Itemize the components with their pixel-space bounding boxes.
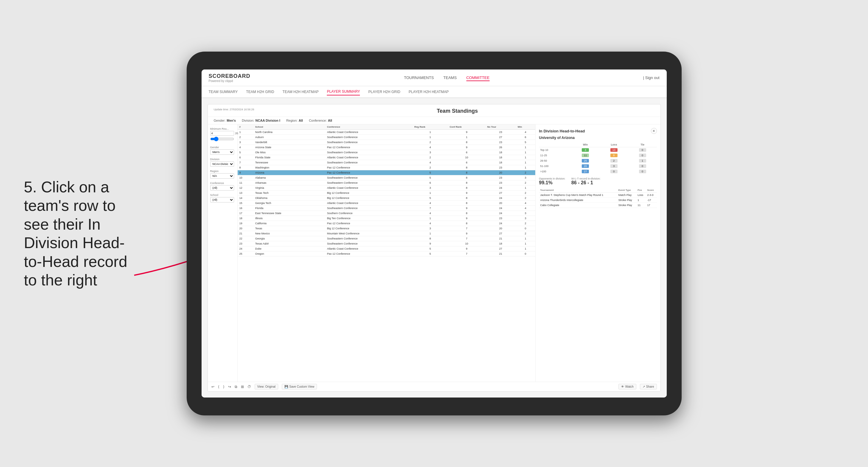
table-row[interactable]: 16 Florida Southeastern Conference 7 9 2…: [238, 206, 535, 211]
cell-tour: 23: [486, 165, 516, 170]
gender-select[interactable]: Men's: [210, 149, 234, 155]
sub-nav-player-summary[interactable]: PLAYER SUMMARY: [327, 88, 360, 95]
nav-tournaments[interactable]: TOURNAMENTS: [404, 74, 434, 81]
cell-tour: 23: [486, 175, 516, 180]
cell-school: Washington: [253, 165, 325, 170]
watch-btn[interactable]: 👁 Watch: [618, 384, 636, 390]
table-row[interactable]: 4 Arizona State Pac-12 Conference 4 9 26…: [238, 145, 535, 150]
table-row[interactable]: 11 Arkansas Southeastern Conference 6 8 …: [238, 180, 535, 186]
table-row[interactable]: 15 Georgia Tech Atlantic Coast Conferenc…: [238, 201, 535, 206]
sub-nav-team-h2h-grid[interactable]: TEAM H2H GRID: [246, 89, 274, 95]
table-row[interactable]: 14 Oklahoma Big 12 Conference 5 8 24 2: [238, 196, 535, 201]
record-label: W-L-T record in-division:: [571, 177, 600, 180]
conference-select[interactable]: (All): [210, 185, 234, 191]
copy-icon[interactable]: ⧉: [235, 385, 237, 389]
h2h-loss-cell: 0: [600, 169, 628, 174]
share-btn[interactable]: ↗ Share: [640, 384, 657, 390]
tourney-score: 2-3-0: [646, 193, 657, 198]
cell-win: 2: [516, 191, 535, 196]
school-select[interactable]: (All): [210, 197, 234, 203]
sub-nav-team-h2h-heatmap[interactable]: TEAM H2H HEATMAP: [282, 89, 318, 95]
min-rounds-slider[interactable]: [210, 136, 234, 142]
cell-win: 2: [516, 180, 535, 186]
cell-reg: 6: [413, 180, 448, 186]
cell-win: 4: [516, 206, 535, 211]
table-row[interactable]: 3 Vanderbilt Southeastern Conference 2 8…: [238, 140, 535, 145]
h2h-range: 11-25: [539, 153, 571, 158]
col-school: School: [253, 124, 325, 130]
cell-conference: Southeastern Conference: [325, 160, 413, 165]
table-row[interactable]: 9 Arizona Pac-12 Conference 5 8 20 2: [238, 170, 535, 175]
sub-nav-team-summary[interactable]: TEAM SUMMARY: [209, 89, 238, 95]
table-row[interactable]: 22 Georgia Southeastern Conference 8 7 2…: [238, 236, 535, 241]
h2h-team-name: University of Arizona: [539, 136, 657, 140]
cell-conference: Southeastern Conference: [325, 206, 413, 211]
nav-committee[interactable]: COMMITTEE: [466, 74, 490, 81]
table-row[interactable]: 8 Washington Pac-12 Conference 2 8 23 1: [238, 165, 535, 170]
cell-rank: 14: [238, 196, 253, 201]
save-custom-btn[interactable]: 💾 Save Custom View: [282, 384, 317, 390]
cell-conf: 7: [448, 226, 486, 231]
cell-reg: 5: [413, 170, 448, 175]
division-select[interactable]: NCAA Division I: [210, 161, 234, 167]
eye-icon: 👁: [621, 385, 624, 388]
h2h-title: In Division Head-to-Head: [539, 129, 585, 133]
redo-icon[interactable]: ↪: [228, 385, 231, 389]
cell-conference: Southeastern Conference: [325, 175, 413, 180]
cell-win: 1: [516, 155, 535, 160]
main-content: Update time: 27/03/2024 16:56:26 Team St…: [202, 98, 667, 398]
cell-school: Arizona: [253, 170, 325, 175]
cell-conference: Southern Conference: [325, 211, 413, 216]
table-row[interactable]: 13 Texas Tech Big 12 Conference 1 9 27 2: [238, 191, 535, 196]
table-row[interactable]: 7 Tennessee Southeastern Conference 4 6 …: [238, 160, 535, 165]
cell-win: 1: [516, 165, 535, 170]
region-control-label: Region: [210, 170, 235, 173]
cell-conference: Big 12 Conference: [325, 196, 413, 201]
cell-reg: 7: [413, 206, 448, 211]
sign-out-btn[interactable]: | Sign out: [643, 75, 659, 80]
table-row[interactable]: 25 Oregon Pac-12 Conference 5 7 21 0: [238, 251, 535, 256]
table-row[interactable]: 5 Ole Miss Southeastern Conference 3 6 1…: [238, 150, 535, 155]
table-row[interactable]: 23 Texas A&M Southeastern Conference 9 1…: [238, 241, 535, 246]
cell-conf: 6: [448, 160, 486, 165]
h2h-win-cell: 20: [571, 163, 600, 169]
h2h-breakdown-table: Win Loss Tie Top 10 3 13 0 11-25 11 8: [539, 142, 657, 174]
cell-rank: 19: [238, 221, 253, 226]
table-row[interactable]: 17 East Tennessee State Southern Confere…: [238, 211, 535, 216]
table-row[interactable]: 2 Auburn Southeastern Conference 1 1 27 …: [238, 135, 535, 140]
table-row[interactable]: 18 Illinois Big Ten Conference 1 9 23 3: [238, 216, 535, 221]
cell-school: Arizona State: [253, 145, 325, 150]
view-original-btn[interactable]: View: Original: [255, 384, 279, 390]
step-back-icon[interactable]: ⟨: [218, 385, 219, 389]
step-forward-icon[interactable]: ⟩: [223, 385, 224, 389]
tournament-tbody: Jackson T. Stephens Cup Men's Match Play…: [539, 193, 657, 208]
table-row[interactable]: 1 North Carolina Atlantic Coast Conferen…: [238, 130, 535, 135]
region-control: Region N/A: [210, 170, 235, 179]
table-row[interactable]: 24 Duke Atlantic Coast Conference 5 9 27…: [238, 246, 535, 251]
table-row[interactable]: 19 California Pac-12 Conference 4 8 24 2: [238, 221, 535, 226]
table-row[interactable]: 6 Florida State Atlantic Coast Conferenc…: [238, 155, 535, 160]
table-row[interactable]: 12 Virginia Atlantic Coast Conference 3 …: [238, 186, 535, 191]
table-row[interactable]: 21 New Mexico Mountain West Conference 1…: [238, 231, 535, 236]
cell-reg: 1: [413, 231, 448, 236]
cell-reg: 4: [413, 201, 448, 206]
cell-reg: 4: [413, 145, 448, 150]
cell-conf: 9: [448, 145, 486, 150]
table-header-row: # School Conference Reg Rank Conf Rank N…: [238, 124, 535, 130]
filter-gender: Gender: Men's: [214, 119, 236, 122]
table-row[interactable]: 20 Texas Big 12 Conference 3 7 20 0: [238, 226, 535, 231]
sub-nav-player-h2h-grid[interactable]: PLAYER H2H GRID: [368, 89, 400, 95]
min-rounds-input[interactable]: [210, 131, 234, 136]
undo-icon[interactable]: ↩: [211, 385, 214, 389]
h2h-row: Top 10 3 13 0: [539, 147, 657, 153]
table-row[interactable]: 10 Alabama Southeastern Conference 5 8 2…: [238, 175, 535, 180]
stats-row: Opponents in division: 99.1% W-L-T recor…: [539, 177, 657, 186]
h2h-close-btn[interactable]: ✕: [651, 128, 657, 134]
sub-nav-player-h2h-heatmap[interactable]: PLAYER H2H HEATMAP: [409, 89, 449, 95]
paste-icon[interactable]: ⊞: [241, 385, 244, 389]
cell-conf: 9: [448, 216, 486, 221]
region-select[interactable]: N/A: [210, 173, 234, 179]
clock-icon[interactable]: ⏱: [247, 385, 251, 389]
cell-school: Tennessee: [253, 160, 325, 165]
nav-teams[interactable]: TEAMS: [443, 74, 457, 81]
